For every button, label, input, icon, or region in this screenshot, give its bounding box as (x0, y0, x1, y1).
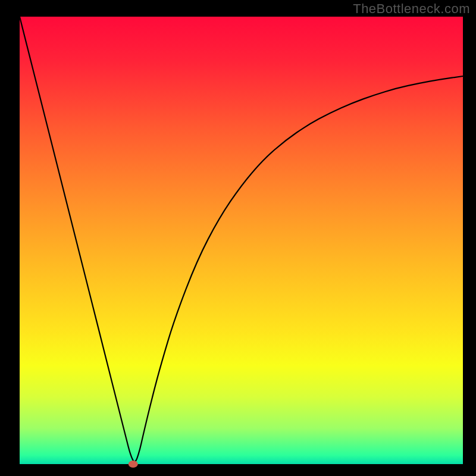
plot-background (20, 17, 463, 464)
chart-frame: TheBottleneck.com (0, 0, 476, 476)
minimum-marker (129, 461, 138, 468)
watermark-text: TheBottleneck.com (353, 1, 470, 17)
bottleneck-chart (0, 0, 476, 476)
